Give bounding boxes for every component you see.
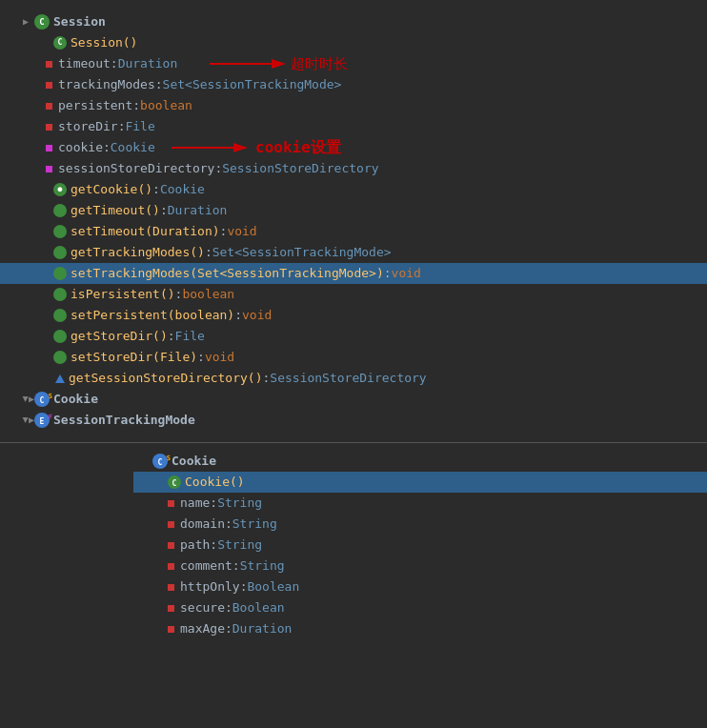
cookie-domain-field-icon <box>168 521 174 528</box>
trackingmodes-type: Set<SessionTrackingMode> <box>163 75 342 94</box>
ispersistent-colon: : <box>175 285 183 304</box>
cookie-secure-label: secure <box>180 598 225 617</box>
ispersistent-return: boolean <box>182 285 234 304</box>
gettrackingmodes-method-row[interactable]: getTrackingModes() : Set<SessionTracking… <box>0 242 707 263</box>
getcookie-label: getCookie() <box>71 180 152 199</box>
cookie-name-colon: : <box>210 494 217 513</box>
session-constructor-row[interactable]: C Session() <box>0 32 707 53</box>
cookie-comment-field-icon <box>168 563 174 570</box>
cookie-comment-colon: : <box>232 556 240 576</box>
timeout-arrow-svg <box>210 54 286 73</box>
section-separator <box>0 442 707 443</box>
storedir-field-row[interactable]: storeDir : File <box>0 116 707 137</box>
svg-marker-3 <box>233 143 248 152</box>
sessionstoredir-field-row[interactable]: sessionStoreDirectory : SessionStoreDire… <box>0 158 707 179</box>
getcookie-method-row[interactable]: ● getCookie() : Cookie <box>0 179 707 200</box>
cookie-httponly-label: httpOnly <box>180 577 240 597</box>
sessiontrackingmode-expand-arrow[interactable]: ▶ <box>23 411 34 430</box>
settimeout-return: void <box>227 222 256 241</box>
session-class-icon: C <box>34 14 50 30</box>
cookie-name-field-row[interactable]: name : String <box>133 493 707 514</box>
gettimeout-colon: : <box>160 201 168 220</box>
cookie-section-constructor-row[interactable]: C Cookie() <box>133 472 707 493</box>
svg-marker-1 <box>272 59 286 69</box>
cookie-httponly-colon: : <box>240 577 248 597</box>
session-class-row[interactable]: C Session <box>0 11 707 32</box>
cookie-httponly-field-icon <box>168 584 174 591</box>
ispersistent-label: isPersistent() <box>71 285 175 304</box>
cookie-name-field-icon <box>168 500 174 507</box>
ispersistent-icon <box>53 288 67 301</box>
timeout-field-row[interactable]: timeout : Duration 超时时长 <box>0 53 707 74</box>
cookie-domain-field-row[interactable]: domain : String <box>133 514 707 535</box>
settimeout-icon <box>53 225 67 238</box>
cookie-field-row[interactable]: cookie : Cookie cookie设置 <box>0 137 707 158</box>
cookie-domain-colon: : <box>225 515 232 534</box>
gettimeout-label: getTimeout() <box>71 201 160 220</box>
cookie-path-colon: : <box>210 536 217 555</box>
cookie-maxage-label: maxAge <box>180 619 225 638</box>
getcookie-return: Cookie <box>160 180 205 199</box>
setpersistent-method-row[interactable]: setPersistent(boolean) : void <box>0 305 707 326</box>
tree-container: C Session C Session() timeout : Duration… <box>0 8 707 643</box>
gettrackingmodes-icon <box>53 246 67 259</box>
settrackingmodes-colon: : <box>384 264 392 283</box>
cookie-secure-type: Boolean <box>232 598 285 617</box>
sessiontrackingmode-class-label: SessionTrackingMode <box>53 411 195 430</box>
cookie-secure-colon: : <box>225 598 232 617</box>
cookie-comment-type: String <box>240 556 285 576</box>
cookie-path-field-row[interactable]: path : String <box>133 535 707 556</box>
sessiontrackingmode-class-row[interactable]: ▶ E F SessionTrackingMode <box>0 410 707 431</box>
timeout-field-label: timeout <box>58 54 111 73</box>
persistent-field-row[interactable]: persistent : boolean <box>0 95 707 116</box>
cookie-httponly-type: Boolean <box>247 577 299 597</box>
cookie-maxage-field-icon <box>168 626 174 633</box>
gettrackingmodes-return: Set<SessionTrackingMode> <box>212 243 392 262</box>
session-constructor-label: Session() <box>71 33 137 52</box>
persistent-label: persistent <box>58 96 132 115</box>
cookie-httponly-field-row[interactable]: httpOnly : Boolean <box>133 576 707 597</box>
cookie-comment-field-row[interactable]: comment : String <box>133 556 707 576</box>
setstoredir-method-row[interactable]: setStoreDir(File) : void <box>0 347 707 368</box>
settimeout-method-row[interactable]: setTimeout(Duration) : void <box>0 221 707 242</box>
cookie-section-class-row[interactable]: C S Cookie <box>133 451 707 472</box>
settrackingmodes-icon <box>53 267 67 280</box>
cookie-constructor-icon: C <box>168 475 181 489</box>
gettimeout-method-row[interactable]: getTimeout() : Duration <box>0 200 707 221</box>
sessiontrackingmode-class-icon: E F <box>34 413 50 428</box>
cookie-secure-field-row[interactable]: secure : Boolean <box>133 597 707 618</box>
settrackingmodes-label: setTrackingModes(Set<SessionTrackingMode… <box>71 264 384 283</box>
getsessionstoredir-label: getSessionStoreDirectory() <box>69 369 263 388</box>
ispersistent-method-row[interactable]: isPersistent() : boolean <box>0 284 707 305</box>
cookie-field-icon <box>46 145 52 152</box>
getsessionstoredir-method-row[interactable]: getSessionStoreDirectory() : SessionStor… <box>0 368 707 389</box>
cookie-constructor-label: Cookie() <box>185 473 245 492</box>
cookie-maxage-field-row[interactable]: maxAge : Duration <box>133 618 707 639</box>
cookie-secure-field-icon <box>168 605 174 612</box>
settrackingmodes-return: void <box>392 264 421 283</box>
getsessionstoredir-colon: : <box>263 369 271 388</box>
cookie-expand-arrow[interactable]: ▶ <box>23 390 34 409</box>
trackingmodes-field-icon <box>46 82 52 89</box>
settrackingmodes-method-row[interactable]: setTrackingModes(Set<SessionTrackingMode… <box>0 263 707 284</box>
cookie-class-icon: C S <box>34 392 50 407</box>
cookie-type: Cookie <box>111 138 155 157</box>
storedir-field-icon <box>46 124 52 131</box>
storedir-colon: : <box>118 117 126 136</box>
cookie-comment-label: comment <box>180 556 232 576</box>
cookie-section-class-icon: C S <box>152 454 168 469</box>
setpersistent-colon: : <box>234 306 242 325</box>
session-expand-arrow[interactable] <box>23 12 34 31</box>
cookie-path-field-icon <box>168 542 174 549</box>
constructor-icon: C <box>53 36 67 50</box>
setstoredir-icon <box>53 351 67 364</box>
trackingmodes-field-row[interactable]: trackingModes : Set<SessionTrackingMode> <box>0 74 707 95</box>
getcookie-colon: : <box>152 180 160 199</box>
setstoredir-label: setStoreDir(File) <box>71 348 197 367</box>
session-class-label: Session <box>53 12 106 31</box>
cookie-class-label: Cookie <box>53 390 98 409</box>
cookie-class-row[interactable]: ▶ C S Cookie <box>0 389 707 410</box>
getsessionstoredir-return: SessionStoreDirectory <box>270 369 426 388</box>
persistent-field-icon <box>46 103 52 110</box>
getstoredir-method-row[interactable]: getStoreDir() : File <box>0 326 707 347</box>
